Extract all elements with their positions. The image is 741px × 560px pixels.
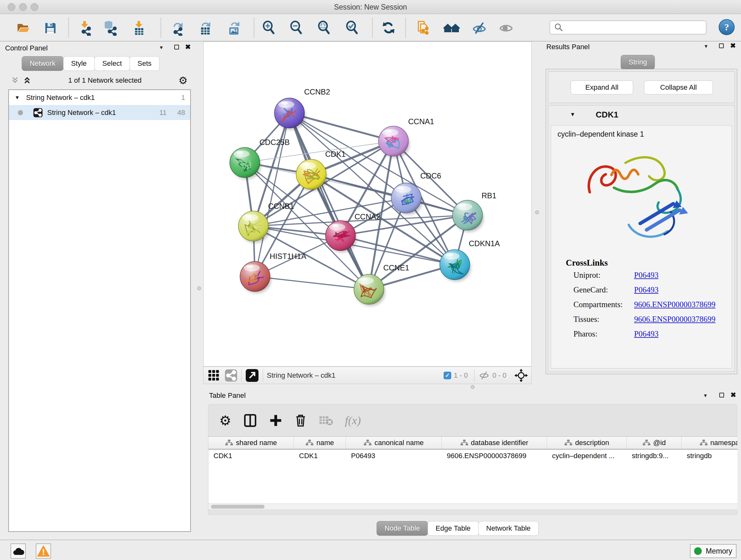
delete-table-button[interactable] (319, 415, 333, 427)
expand-all-button[interactable]: Expand All (570, 80, 633, 95)
network-node[interactable] (354, 274, 385, 306)
save-session-button[interactable] (42, 20, 59, 37)
scrollbar-thumb[interactable] (211, 505, 265, 509)
network-node[interactable] (326, 221, 357, 253)
zoom-out-button[interactable] (287, 20, 306, 37)
column-header-description[interactable]: description (547, 437, 627, 449)
crosslink-link[interactable]: P06493 (634, 271, 658, 280)
help-button[interactable]: ? (719, 19, 735, 35)
zoom-out-icon (289, 20, 304, 36)
crosshair-icon[interactable] (514, 368, 528, 382)
bottom-splitter-handle[interactable] (471, 385, 475, 389)
birdseye-view-icon[interactable] (207, 369, 220, 382)
zoom-in-button[interactable] (260, 20, 278, 37)
panel-menu-caret-icon[interactable]: ▼ (703, 393, 708, 398)
cloud-button[interactable] (10, 543, 26, 559)
tab-network[interactable]: Network (22, 56, 64, 71)
panel-menu-caret-icon[interactable]: ▼ (704, 44, 709, 49)
search-input[interactable] (566, 23, 706, 32)
first-neighbors-button[interactable] (443, 20, 461, 37)
export-image-button[interactable] (225, 20, 243, 37)
table-cell[interactable]: 9606.ENSP00000378699 (442, 449, 547, 462)
network-node[interactable] (453, 200, 484, 232)
column-header-name[interactable]: name (294, 437, 346, 449)
function-builder-button[interactable]: f(x) (345, 414, 361, 427)
table-cell[interactable]: stringdb (682, 449, 738, 462)
crosslink-link[interactable]: 9606.ENSP00000378699 (634, 300, 716, 309)
panel-close-icon[interactable]: ✖ (730, 42, 736, 50)
zoom-selected-button[interactable] (343, 20, 361, 37)
table-cell[interactable]: cyclin–dependent ... (547, 449, 627, 462)
collapse-all-icon[interactable] (11, 76, 19, 84)
delete-column-button[interactable] (294, 414, 307, 428)
left-splitter-handle[interactable] (197, 287, 201, 290)
search-field[interactable] (549, 20, 706, 35)
export-network-button[interactable] (169, 20, 186, 37)
network-view-canvas[interactable]: CCNB2CCNA1CDC25BCDK1CDC6RB1CCNB1CCNA2CDK… (203, 42, 532, 367)
panel-close-icon[interactable]: ✖ (731, 391, 736, 399)
tab-style[interactable]: Style (63, 56, 95, 71)
panel-float-icon[interactable] (719, 393, 724, 397)
export-table-button[interactable] (197, 20, 214, 37)
tab-string[interactable]: String (621, 55, 655, 70)
import-network-button[interactable] (76, 20, 94, 37)
show-columns-button[interactable] (243, 413, 258, 428)
window-title: Session: New Session (0, 3, 741, 11)
section-collapse-caret-icon[interactable]: ▼ (570, 111, 576, 118)
zoom-fit-button[interactable] (315, 20, 333, 37)
import-table-button[interactable] (130, 20, 148, 37)
tab-network-table[interactable]: Network Table (478, 521, 539, 536)
tab-select[interactable]: Select (94, 56, 130, 71)
table-row[interactable]: CDK1CDK1P064939606.ENSP00000378699cyclin… (208, 449, 738, 462)
memory-button[interactable]: Memory (690, 544, 737, 558)
network-edge[interactable] (255, 276, 369, 289)
string-documents-button[interactable] (414, 20, 432, 37)
expand-all-icon[interactable] (23, 76, 31, 84)
column-header-shared-name[interactable]: shared name (208, 437, 294, 449)
popout-view-icon[interactable] (246, 369, 259, 382)
hide-selected-button[interactable] (470, 20, 488, 37)
gear-icon[interactable]: ⚙ (179, 74, 188, 86)
panel-float-icon[interactable] (174, 45, 179, 50)
create-column-button[interactable] (269, 414, 282, 427)
selected-nodes-checkbox[interactable]: ✓ (444, 372, 451, 379)
panel-float-icon[interactable] (719, 44, 724, 48)
network-graph[interactable]: CCNB2CCNA1CDC25BCDK1CDC6RB1CCNB1CCNA2CDK… (204, 42, 531, 366)
network-edge[interactable] (289, 113, 369, 289)
panel-menu-caret-icon[interactable]: ▼ (159, 45, 164, 50)
crosslink-link[interactable]: P06493 (634, 286, 658, 294)
horizontal-scrollbar[interactable] (208, 503, 738, 509)
network-node[interactable] (230, 147, 261, 179)
tab-edge-table[interactable]: Edge Table (428, 521, 479, 536)
network-row-selected[interactable]: String Network – cdk1 11 48 (9, 105, 190, 120)
right-splitter-handle[interactable] (535, 210, 539, 214)
panel-close-icon[interactable]: ✖ (185, 43, 191, 51)
tab-node-table[interactable]: Node Table (377, 521, 428, 536)
table-settings-button[interactable]: ⚙ (219, 413, 231, 428)
table-cell[interactable]: CDK1 (294, 449, 346, 462)
network-node[interactable] (296, 159, 327, 191)
collection-expand-caret-icon[interactable]: ▼ (15, 95, 20, 101)
refresh-button[interactable] (380, 20, 398, 37)
network-collection-row[interactable]: ▼ String Network – cdk1 1 (9, 90, 190, 105)
column-header-id[interactable]: @id (627, 437, 682, 449)
network-node[interactable] (240, 261, 271, 294)
crosslink-link[interactable]: 9606.ENSP00000378699 (634, 315, 716, 324)
network-node[interactable] (440, 250, 471, 282)
show-all-button[interactable] (497, 20, 515, 37)
open-session-button[interactable] (14, 20, 32, 37)
tab-sets[interactable]: Sets (130, 56, 159, 71)
column-header-canonical-name[interactable]: canonical name (346, 437, 442, 449)
gene-section-header[interactable]: ▼ CDK1 (548, 105, 735, 124)
network-node[interactable] (379, 126, 410, 158)
column-header-namespace[interactable]: namespace (682, 437, 738, 449)
import-network-from-database-button[interactable] (102, 20, 119, 37)
crosslink-link[interactable]: P06493 (634, 329, 658, 338)
string-panel-toggle-icon[interactable] (225, 369, 238, 382)
column-header-database-identifier[interactable]: database identifier (442, 437, 547, 449)
table-cell[interactable]: P06493 (346, 449, 442, 462)
table-cell[interactable]: CDK1 (208, 449, 294, 462)
collapse-all-button[interactable]: Collapse All (644, 80, 713, 95)
table-cell[interactable]: stringdb:9... (627, 449, 682, 462)
warnings-button[interactable] (36, 543, 51, 559)
